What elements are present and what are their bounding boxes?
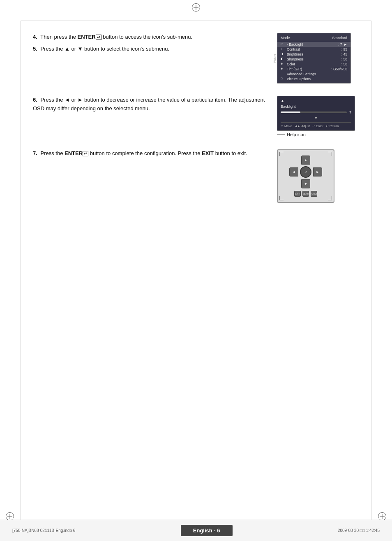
enter-bold-1: ENTER [78, 34, 96, 40]
remote-btn-exit: EXIT [294, 191, 301, 197]
move-icon: ✦ [281, 124, 284, 128]
remote-corner-br [328, 196, 332, 200]
osd-label-brightness: Brightness [287, 52, 341, 56]
left-border [21, 21, 21, 520]
step-4-text-before: Then press the [40, 34, 77, 40]
osd-icon-picture-options: □ [281, 77, 285, 81]
step-4-text-after: button to access the icon's sub-menu. [101, 34, 192, 40]
osd-value-tint: : G50/R50 [331, 67, 347, 71]
help-return: ↩ Return [326, 124, 339, 128]
adjust-icon: ◄► [294, 124, 300, 128]
backlight-label: Backlight [281, 104, 296, 109]
move-label: Move [284, 124, 292, 128]
osd-label-tint: Tint (G/R) [287, 67, 331, 71]
osd-value-contrast: : 95 [341, 47, 347, 51]
backlight-down-arrow: ▼ [281, 116, 351, 120]
osd-backlight: ▲ Backlight 7 ▼ ✦ [277, 96, 355, 131]
remote-inner: ▲ ▼ ◄ ► ↵ EXIT MENU TOOLS [289, 156, 322, 197]
osd-row-backlight: P - Backlight : 7 ► [277, 42, 350, 47]
osd-label-color: Color [287, 62, 341, 66]
page-footer: [750-NA]BN68-02111B-Eng.indb 6 English -… [0, 520, 392, 541]
step-7-row: 7. Press the ENTER↵ button to complete t… [33, 149, 359, 203]
enter-label: Enter [316, 124, 323, 128]
osd-icon-contrast: ○ [281, 47, 285, 51]
backlight-bar-row: 7 [281, 110, 351, 114]
backlight-label-row: Backlight [281, 104, 351, 109]
remote-btn-menu: MENU [302, 191, 309, 197]
top-border [21, 21, 371, 21]
step-7-text-3: button to exit. [214, 150, 247, 156]
step-6-row: 6. Press the ◄ or ► button to decrease o… [33, 96, 359, 137]
crosshair-bottom-left [6, 512, 14, 520]
osd-menu-header: Mode Standard [277, 35, 350, 41]
adjust-label: Adjust [301, 124, 310, 128]
osd-label-backlight: - Backlight [287, 42, 338, 46]
remote-box: ▲ ▼ ◄ ► ↵ EXIT MENU TOOLS [277, 149, 334, 203]
remote-btn-tools: TOOLS [311, 191, 317, 197]
osd-value-backlight: : 7 [338, 42, 342, 46]
osd-mode-label: Mode [281, 36, 290, 40]
step-7-text-2: button to complete the configuration. Pr… [88, 150, 202, 156]
step-6-num: 6. [33, 97, 37, 103]
osd-backlight-screenshot: ▲ Backlight 7 ▼ ✦ [277, 96, 359, 137]
step-6-para: 6. Press the ◄ or ► button to decrease o… [33, 96, 269, 113]
osd-row-sharpness: ◧ Sharpness : 50 [277, 57, 350, 62]
remote-corner-tr [328, 152, 332, 156]
step-7-exit-bold: EXIT [202, 150, 214, 156]
step-7-text: 7. Press the ENTER↵ button to complete t… [33, 149, 277, 158]
dpad-up-btn: ▲ [301, 156, 310, 165]
osd-label-sharpness: Sharpness [287, 57, 341, 61]
osd-label-picture-options: Picture Options [287, 77, 347, 81]
step-4-num: 4. [33, 34, 37, 40]
footer-page-number: English - 6 [193, 527, 220, 534]
osd-row-advanced: Advanced Settings [277, 72, 350, 77]
osd-help-bar: ✦ Move ◄► Adjust ↵ Enter ↩ [281, 122, 351, 128]
remote-control-screenshot: ▲ ▼ ◄ ► ↵ EXIT MENU TOOLS [277, 149, 359, 203]
osd-mode-value: Standard [332, 36, 347, 40]
footer-file-text: [750-NA]BN68-02111B-Eng.indb 6 [12, 528, 75, 533]
return-icon: ↩ [326, 124, 329, 128]
step-7-text-1: Press the [40, 150, 65, 156]
remote-btn-row: EXIT MENU TOOLS [289, 191, 322, 197]
osd-icon-backlight: P [281, 42, 285, 46]
crosshair-top [192, 3, 200, 12]
backlight-fill [281, 111, 300, 113]
osd-value-color: : 50 [341, 62, 347, 66]
osd-row-picture-options: □ Picture Options [277, 77, 350, 81]
footer-date-text: 2009-03-30 □□ 1:42:45 [338, 528, 380, 533]
osd-icon-tint: ◈ [281, 67, 285, 71]
osd-backlight-header: ▲ [281, 99, 351, 103]
dpad-left-btn: ◄ [289, 167, 298, 176]
step-6-body: Press the ◄ or ► button to decrease or i… [33, 97, 265, 111]
step-7-num: 7. [33, 150, 37, 156]
dpad: ▲ ▼ ◄ ► ↵ [289, 156, 322, 188]
osd-wrapper-1: Mode Standard P - Backlight : 7 ► ○ C [277, 33, 359, 84]
step-4-5-row: 4. Then press the ENTER↵ button to acces… [33, 33, 359, 84]
remote-corner-tl [279, 152, 284, 156]
osd-arrow-backlight: ► [344, 42, 347, 46]
step-4-5-text: 4. Then press the ENTER↵ button to acces… [33, 33, 277, 53]
right-border [371, 21, 371, 520]
osd-icon-color: ◈ [281, 62, 285, 66]
step-4-text: 4. Then press the ENTER↵ button to acces… [33, 33, 269, 42]
page-container: 4. Then press the ENTER↵ button to acces… [0, 0, 392, 541]
osd-row-color: ◈ Color : 50 [277, 62, 350, 67]
backlight-up-arrow: ▲ [281, 99, 284, 103]
help-icon-annotation: Help icon [277, 132, 359, 137]
step-7-enter-symbol: ↵ [83, 151, 88, 156]
vertical-picture-label: Picture [273, 54, 276, 63]
step-7-enter-bold: ENTER [65, 150, 83, 156]
help-enter: ↵ Enter [312, 124, 323, 128]
return-label: Return [330, 124, 339, 128]
backlight-track [281, 111, 347, 113]
osd-icon-sharpness: ◧ [281, 57, 285, 61]
osd-menu-screenshot: Mode Standard P - Backlight : 7 ► ○ C [277, 33, 359, 84]
crosshair-bottom-right [378, 512, 386, 520]
dpad-right-btn: ► [313, 167, 322, 176]
backlight-value: 7 [349, 110, 351, 114]
help-move: ✦ Move [281, 124, 292, 128]
step-5-num: 5. [33, 46, 37, 52]
osd-label-advanced: Advanced Settings [287, 72, 347, 76]
enter-symbol-1: ↵ [96, 35, 101, 40]
osd-value-sharpness: : 50 [341, 57, 347, 61]
